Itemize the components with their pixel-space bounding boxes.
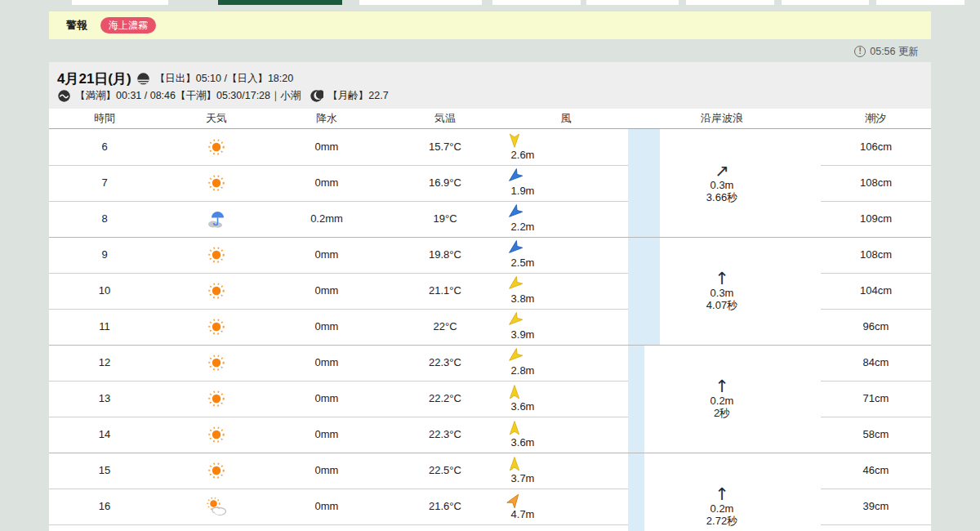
info-icon: !: [854, 46, 866, 57]
wind-arrow-icon-down-left: [506, 312, 523, 328]
wind-cell: 4.7m: [488, 490, 541, 523]
wave-group: ↑0.3m4.07秒: [673, 270, 771, 311]
wind-arrow-icon-down-left: [506, 276, 523, 292]
header-cell: 気温: [396, 109, 494, 129]
time-cell: 9: [49, 237, 160, 273]
wind-arrow-icon-up: [506, 456, 523, 472]
date-panel: 4月21日(月) 【日出】05:10 /【日入】18:20 【満潮】00:31 …: [49, 62, 931, 109]
wind-speed: 3.6m: [497, 436, 549, 449]
tab[interactable]: [876, 0, 964, 5]
wave-height: 0.2m: [673, 502, 771, 515]
temp-cell: 22.2°C: [392, 381, 498, 417]
date-title: 4月21日(月): [57, 69, 131, 88]
sunny-icon: [172, 137, 261, 157]
wind-cell: 3.7m: [488, 454, 541, 487]
time-cell: 16: [49, 489, 160, 524]
row-divider: [49, 417, 628, 417]
temp-cell: 22.3°C: [392, 417, 498, 453]
row-divider: [821, 201, 931, 202]
marine-fog-badge[interactable]: 海上濃霧: [100, 17, 156, 33]
row-divider: [821, 381, 931, 382]
precip-cell: 0mm: [278, 417, 376, 453]
rain-icon: [172, 209, 261, 229]
tide-cell: 84cm: [821, 345, 931, 381]
tide-cell: 96cm: [821, 309, 931, 345]
row-divider: [49, 524, 628, 525]
wind-cell: 3.6m: [488, 382, 541, 415]
header-cell: 降水: [278, 109, 376, 129]
wave-period: 4.07秒: [673, 299, 771, 311]
wind-cell: 3.9m: [488, 310, 541, 343]
tide-cell: 108cm: [821, 165, 931, 201]
precip-cell: 0mm: [278, 273, 376, 309]
wave-height: 0.3m: [673, 179, 771, 191]
wind-arrow-icon-down-left: [506, 168, 523, 185]
row-divider: [49, 237, 931, 238]
time-cell: 8: [49, 201, 160, 237]
row-divider: [49, 165, 628, 166]
sunny-icon: [172, 317, 261, 337]
up-right-arrow-icon: ↗: [673, 163, 771, 179]
wave-group: ↗0.3m3.66秒: [673, 163, 771, 203]
row-divider: [821, 309, 931, 310]
row-divider: [49, 489, 628, 489]
wave-height: 0.2m: [673, 395, 771, 407]
precip-cell: 0mm: [278, 381, 376, 417]
tab[interactable]: [359, 0, 482, 5]
wind-arrow-icon-down-left: [506, 348, 523, 364]
wind-cell: 2.5m: [488, 239, 541, 271]
tab-active[interactable]: [218, 0, 342, 5]
temp-cell: 21.1°C: [392, 273, 498, 309]
up-arrow-icon: ↑: [673, 378, 771, 395]
tab[interactable]: [586, 0, 679, 5]
time-cell: 13: [49, 381, 160, 417]
row-divider: [821, 489, 931, 489]
tab[interactable]: [686, 0, 774, 5]
temp-cell: 22°C: [392, 309, 498, 345]
temp-cell: 19°C: [392, 201, 498, 237]
top-tab-bar: [0, 0, 980, 5]
wind-cell: 3.8m: [488, 274, 541, 307]
alert-bar: 警報 海上濃霧: [49, 11, 931, 39]
wave-period: 3.66秒: [673, 191, 771, 203]
header-cell: 天気: [167, 109, 265, 129]
tab[interactable]: [72, 0, 168, 5]
wave-period: 2秒: [673, 407, 771, 419]
time-cell: 6: [49, 129, 160, 165]
tide-cell: 71cm: [821, 381, 931, 417]
wind-speed: 2.2m: [497, 221, 549, 234]
row-divider: [49, 381, 628, 382]
row-divider: [49, 345, 931, 346]
tide-cell: 108cm: [821, 237, 931, 273]
moon-age-text: 【月齢】22.7: [327, 89, 388, 103]
wind-cell: 2.6m: [488, 131, 541, 163]
wind-speed: 1.9m: [497, 185, 549, 198]
sunrise-sunset-icon: [136, 72, 150, 86]
wind-speed: 2.5m: [497, 257, 549, 270]
time-cell: 7: [49, 165, 160, 201]
temp-cell: 19.8°C: [392, 237, 498, 273]
precip-cell: 0mm: [278, 345, 376, 381]
header-cell: 時間: [56, 109, 154, 129]
sunny-icon: [172, 353, 261, 373]
temp-cell: 16.9°C: [392, 165, 498, 201]
temp-cell: 21.6°C: [392, 489, 498, 524]
precip-cell: 0.2mm: [278, 201, 376, 237]
table-header-row: 時間天気降水気温風沿岸波浪潮汐: [49, 109, 931, 129]
tab[interactable]: [492, 0, 581, 5]
moon-icon: [310, 89, 323, 103]
sun-cloud-icon: [172, 497, 261, 516]
wind-arrow-icon-up: [506, 384, 523, 400]
wind-speed: 3.8m: [497, 292, 549, 306]
tide-cell: 39cm: [821, 489, 931, 524]
time-cell: 14: [49, 417, 160, 453]
sunrise-sunset-text: 【日出】05:10 /【日入】18:20: [155, 72, 294, 86]
tab[interactable]: [782, 0, 869, 5]
up-arrow-icon: ↑: [673, 270, 771, 287]
wind-speed: 3.7m: [497, 472, 549, 485]
wind-speed: 4.7m: [497, 508, 549, 521]
wave-group: ↑0.2m2.72秒: [673, 486, 771, 527]
sunny-icon: [172, 461, 261, 480]
time-cell: 11: [49, 309, 160, 345]
precip-cell: 0mm: [278, 309, 376, 345]
